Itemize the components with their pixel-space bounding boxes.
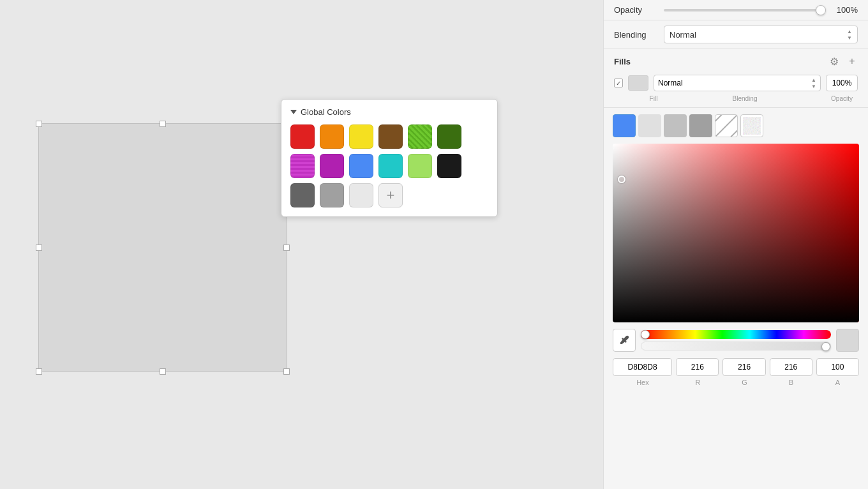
canvas-area: Global Colors + <box>0 0 603 489</box>
color-swatch-blue[interactable] <box>349 154 373 178</box>
g-label: G <box>723 379 766 386</box>
fill-type-angular[interactable] <box>689 114 712 137</box>
color-swatch-darkgreen[interactable] <box>437 124 461 149</box>
color-swatch-darkgray[interactable] <box>290 183 315 207</box>
color-gradient-cursor[interactable] <box>618 176 625 183</box>
color-gradient-bg <box>613 144 859 322</box>
opacity-slider[interactable] <box>664 9 826 11</box>
fill-color-preview[interactable] <box>628 75 648 91</box>
svg-rect-3 <box>743 117 761 135</box>
r-label: R <box>677 379 719 386</box>
fill-label-fill: Fill <box>643 95 664 102</box>
color-swatch-lime[interactable] <box>408 124 432 149</box>
opacity-slider-thumb[interactable] <box>816 5 826 15</box>
color-swatch-black[interactable] <box>437 154 461 178</box>
fill-type-linear[interactable] <box>638 114 661 137</box>
svg-line-2 <box>725 124 737 137</box>
color-swatch-lightgreen[interactable] <box>408 154 432 178</box>
hatch-pattern-icon <box>715 115 737 137</box>
values-row: D8D8D8 216 216 216 100 <box>613 358 859 376</box>
handle-ml[interactable] <box>36 244 42 251</box>
hex-label: Hex <box>613 379 673 386</box>
r-value: 216 <box>691 363 704 372</box>
fill-blending-stepper[interactable]: ▲ ▼ <box>811 77 816 89</box>
opacity-label: Opacity <box>614 5 659 15</box>
opacity-value: 100% <box>831 5 858 15</box>
noise-pattern-icon <box>743 117 761 135</box>
eyedropper-button[interactable] <box>613 329 636 352</box>
stepper-down-icon: ▼ <box>847 35 852 41</box>
alpha-slider[interactable] <box>641 342 831 350</box>
color-swatch-purple[interactable] <box>320 154 344 178</box>
fill-type-radial[interactable] <box>664 114 687 137</box>
fill-blending-select[interactable]: Normal ▲ ▼ <box>654 75 821 91</box>
color-gradient-picker[interactable] <box>613 144 859 322</box>
selected-shape[interactable] <box>38 123 287 372</box>
fill-label-opacity: Opacity <box>826 95 858 102</box>
hue-slider[interactable] <box>641 330 831 339</box>
handle-tm[interactable] <box>160 121 166 127</box>
color-swatch-purple-pattern[interactable] <box>290 154 315 178</box>
a-value: 100 <box>831 363 844 372</box>
stepper-up-icon: ▲ <box>847 29 852 34</box>
fills-section: Fills ⚙ + Normal ▲ ▼ 100% Fill <box>604 49 868 108</box>
svg-line-1 <box>715 115 728 127</box>
color-picker-section: D8D8D8 216 216 216 100 Hex R G B A <box>604 108 868 489</box>
color-swatch-brown[interactable] <box>378 124 403 149</box>
color-swatch-red[interactable] <box>290 124 315 149</box>
handle-br[interactable] <box>283 368 290 375</box>
g-value: 216 <box>738 363 751 372</box>
r-input[interactable]: 216 <box>676 358 719 376</box>
fill-checkbox[interactable] <box>614 79 623 87</box>
color-swatch-lightgray[interactable] <box>349 183 373 207</box>
add-color-button[interactable]: + <box>378 183 403 207</box>
fills-add-button[interactable]: + <box>846 56 858 67</box>
fill-stepper-up-icon: ▲ <box>811 77 816 83</box>
blending-select[interactable]: Normal ▲ ▼ <box>664 26 858 43</box>
fills-gear-button[interactable]: ⚙ <box>828 56 840 67</box>
fills-actions: ⚙ + <box>828 56 858 67</box>
fill-type-flat[interactable] <box>613 114 636 137</box>
handle-tl[interactable] <box>36 121 42 127</box>
blending-row: Blending Normal ▲ ▼ <box>604 20 868 49</box>
b-label: B <box>770 379 812 386</box>
alpha-slider-thumb[interactable] <box>821 342 830 351</box>
color-swatch-cyan[interactable] <box>378 154 403 178</box>
opacity-row: Opacity 100% <box>604 0 868 20</box>
fill-label-blending: Blending <box>669 95 821 102</box>
collapse-triangle-icon[interactable] <box>290 110 297 114</box>
eyedropper-icon <box>618 335 630 346</box>
handle-mr[interactable] <box>283 244 290 251</box>
color-result-preview <box>836 329 859 352</box>
fills-title: Fills <box>614 57 631 66</box>
value-labels-row: Hex R G B A <box>613 379 859 386</box>
sliders-container <box>641 330 831 350</box>
color-swatch-yellow[interactable] <box>349 124 373 149</box>
right-panel: Opacity 100% Blending Normal ▲ ▼ Fills ⚙… <box>603 0 868 489</box>
global-colors-title: Global Colors <box>301 107 351 117</box>
fill-type-noise[interactable] <box>740 114 763 137</box>
b-value: 216 <box>784 363 797 372</box>
color-gradient-dark-overlay <box>613 144 859 322</box>
hex-input[interactable]: D8D8D8 <box>613 358 672 376</box>
b-input[interactable]: 216 <box>770 358 812 376</box>
global-colors-popup: Global Colors + <box>281 99 498 217</box>
hue-slider-thumb[interactable] <box>641 330 650 339</box>
fill-stepper-down-icon: ▼ <box>811 84 816 89</box>
global-colors-header: Global Colors <box>290 107 488 117</box>
a-input[interactable]: 100 <box>816 358 859 376</box>
fill-opacity-value[interactable]: 100% <box>826 75 858 91</box>
blending-select-value: Normal <box>670 30 696 40</box>
color-swatch-orange[interactable] <box>320 124 344 149</box>
blending-stepper[interactable]: ▲ ▼ <box>847 29 852 41</box>
hex-value: D8D8D8 <box>628 363 657 372</box>
handle-bm[interactable] <box>160 368 166 375</box>
fills-header: Fills ⚙ + <box>604 49 868 72</box>
fill-row: Normal ▲ ▼ 100% <box>604 72 868 95</box>
blending-label: Blending <box>614 30 659 40</box>
g-input[interactable]: 216 <box>722 358 765 376</box>
fill-labels-row: Fill Blending Opacity <box>604 95 868 107</box>
handle-bl[interactable] <box>36 368 42 375</box>
fill-type-hatch[interactable] <box>715 114 738 137</box>
color-swatch-gray[interactable] <box>320 183 344 207</box>
